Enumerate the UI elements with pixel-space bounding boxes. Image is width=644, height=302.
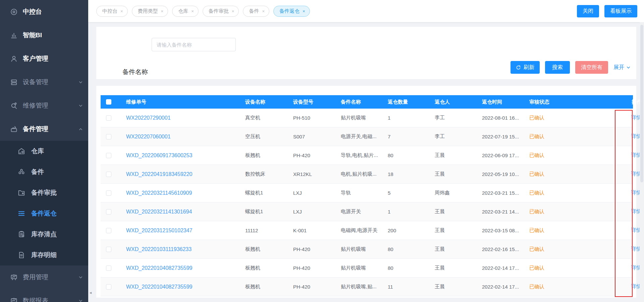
- dashboard-icon: [10, 8, 18, 16]
- clear-all-button[interactable]: 清空所有: [575, 61, 608, 74]
- select-all-checkbox[interactable]: [106, 99, 111, 105]
- sidebar-item-label: 数据报表: [23, 296, 48, 302]
- order-no-link[interactable]: WXD_20220312150102347: [121, 228, 240, 234]
- chevron-down-icon: [78, 80, 83, 84]
- table-row: WXD_20220321145610909 螺旋机1 LXJ 导轨 5 周炜鑫 …: [101, 184, 633, 202]
- return-time-cell: 2022-08-01 16...: [477, 115, 524, 121]
- close-icon[interactable]: ×: [232, 9, 234, 14]
- row-checkbox[interactable]: [106, 228, 111, 233]
- tab-tag[interactable]: 仓库 ×: [172, 6, 199, 17]
- expand-toggle[interactable]: 展开: [613, 64, 631, 71]
- folder-icon: [17, 189, 25, 197]
- device-name-cell: 真空机: [240, 115, 288, 121]
- sidebar-item-bi[interactable]: 智能BI: [0, 23, 88, 47]
- scrollbar-thumb[interactable]: [640, 25, 643, 182]
- order-no-link[interactable]: WXD_20220321145610909: [121, 190, 240, 196]
- chevron-up-icon: [78, 127, 83, 131]
- order-no-link[interactable]: WXD_20220321141301694: [121, 209, 240, 215]
- close-button[interactable]: 关闭: [577, 5, 599, 17]
- vertical-scrollbar[interactable]: [640, 22, 644, 302]
- refresh-button[interactable]: 刷新: [511, 61, 540, 74]
- sidebar-item-console[interactable]: 中控台: [0, 0, 88, 23]
- sidebar-item-stock-detail[interactable]: 库存明细: [0, 245, 88, 265]
- close-icon[interactable]: ×: [120, 9, 123, 14]
- part-name-cell: 导轨: [335, 190, 382, 196]
- board-display-button[interactable]: 看板展示: [604, 5, 637, 17]
- row-checkbox[interactable]: [106, 209, 111, 215]
- table-row: WXD_20220609173600253 板翘机 PH-420 导轨,电机,贴…: [101, 146, 633, 165]
- order-no-link[interactable]: WXD_20220609173600253: [121, 153, 240, 159]
- table-row: WXD_20220104082735599 板翘机 PH-420 贴片机吸嘴,贴…: [101, 278, 633, 296]
- order-no-link[interactable]: WXD_20220104082735599: [121, 284, 240, 290]
- return-qty-cell: 80: [382, 265, 429, 271]
- column-header: 操作: [611, 99, 644, 105]
- return-time-cell: 2022-06-09 17...: [477, 153, 524, 158]
- close-icon[interactable]: ×: [191, 9, 194, 14]
- warehouse-icon: [17, 147, 25, 155]
- tab-tag[interactable]: 备件 ×: [243, 6, 269, 17]
- users-icon: [10, 55, 18, 63]
- return-person-cell: 王晨: [429, 246, 477, 252]
- tab-tag-label: 费用类型: [138, 8, 158, 14]
- close-icon[interactable]: ×: [161, 9, 164, 14]
- row-checkbox[interactable]: [106, 153, 111, 158]
- table-row: WXD_20220103111936233 板翘机 PH-420 贴片机吸嘴 8…: [101, 240, 633, 259]
- part-name-cell: 导轨,电机,贴片...: [335, 152, 382, 159]
- sidebar-collapse-arrow[interactable]: ◂: [90, 290, 92, 295]
- row-checkbox[interactable]: [106, 247, 111, 252]
- tab-tag[interactable]: 费用类型 ×: [132, 6, 168, 17]
- search-panel: 备件名称 刷新 搜索 清空所有 展开: [96, 27, 636, 79]
- row-checkbox[interactable]: [106, 115, 111, 121]
- order-no-link[interactable]: WXD_20220103111936233: [121, 246, 240, 252]
- table-panel: 维修单号 设备名称 设备型号 备件名称 返仓数量 返仓人 返仓时间 审核状态 操…: [96, 86, 636, 298]
- row-checkbox[interactable]: [106, 172, 111, 177]
- device-name-cell: 板翘机: [240, 246, 288, 252]
- order-no-link[interactable]: WXD_20220104082735599: [121, 265, 240, 271]
- row-checkbox[interactable]: [106, 190, 111, 196]
- sidebar-item-warehouse[interactable]: 仓库: [0, 141, 88, 162]
- sidebar-item-stocktaking[interactable]: 库存清点: [0, 224, 88, 245]
- close-icon[interactable]: ×: [303, 9, 305, 14]
- sidebar-item-spare-parts[interactable]: 备件: [0, 162, 88, 182]
- tab-tag-label: 仓库: [178, 8, 188, 14]
- sidebar-item-parts-return[interactable]: 备件返仓: [0, 203, 88, 224]
- chevron-down-icon: [78, 299, 83, 302]
- tab-tag[interactable]: 备件返仓 ×: [273, 6, 310, 17]
- part-name-input[interactable]: [152, 38, 236, 51]
- close-icon[interactable]: ×: [262, 9, 265, 14]
- document-icon: [17, 251, 25, 259]
- device-model-cell: S007: [288, 134, 335, 139]
- device-model-cell: PH-510: [288, 115, 335, 121]
- order-no-link[interactable]: WXD_20220419183459220: [121, 171, 240, 177]
- status-badge: 已确认: [524, 115, 611, 121]
- return-person-cell: 王晨: [429, 152, 477, 159]
- order-no-link[interactable]: WX202207060001: [121, 134, 240, 140]
- tab-tag[interactable]: 备件审批 ×: [203, 6, 239, 17]
- tag-list: 中控台 × 费用类型 × 仓库 × 备件审批 ×: [96, 6, 577, 17]
- return-time-cell: 2022-02-14 17...: [477, 284, 524, 290]
- row-checkbox[interactable]: [106, 284, 111, 290]
- sidebar-item-devices[interactable]: 设备管理: [0, 70, 88, 94]
- sidebar-item-parts-management[interactable]: 备件管理: [0, 117, 88, 141]
- status-badge: 已确认: [524, 190, 611, 196]
- sidebar-item-label: 备件审批: [31, 188, 57, 197]
- search-button[interactable]: 搜索: [545, 61, 570, 74]
- tab-tag[interactable]: 中控台 ×: [96, 6, 128, 17]
- part-name-cell: 贴片机吸嘴: [335, 246, 382, 252]
- sidebar-item-expense[interactable]: 费用管理: [0, 265, 88, 289]
- return-qty-cell: 7: [382, 134, 429, 139]
- row-checkbox[interactable]: [106, 265, 111, 271]
- device-name-cell: 螺旋机1: [240, 208, 288, 215]
- clipboard-check-icon: [17, 230, 25, 238]
- repair-search-icon: [10, 102, 18, 110]
- presentation-chart-icon: [10, 274, 18, 281]
- return-person-cell: 李工: [429, 115, 477, 121]
- sidebar-item-repair[interactable]: 维修管理: [0, 94, 88, 117]
- sidebar-item-parts-approval[interactable]: 备件审批: [0, 182, 88, 203]
- sidebar-item-label: 设备管理: [23, 78, 48, 86]
- sidebar-item-label: 库存清点: [31, 230, 57, 239]
- sidebar-item-reports[interactable]: 数据报表: [0, 289, 88, 302]
- sidebar-item-customers[interactable]: 客户管理: [0, 47, 88, 70]
- row-checkbox[interactable]: [106, 134, 111, 139]
- order-no-link[interactable]: WX202207290001: [121, 115, 240, 121]
